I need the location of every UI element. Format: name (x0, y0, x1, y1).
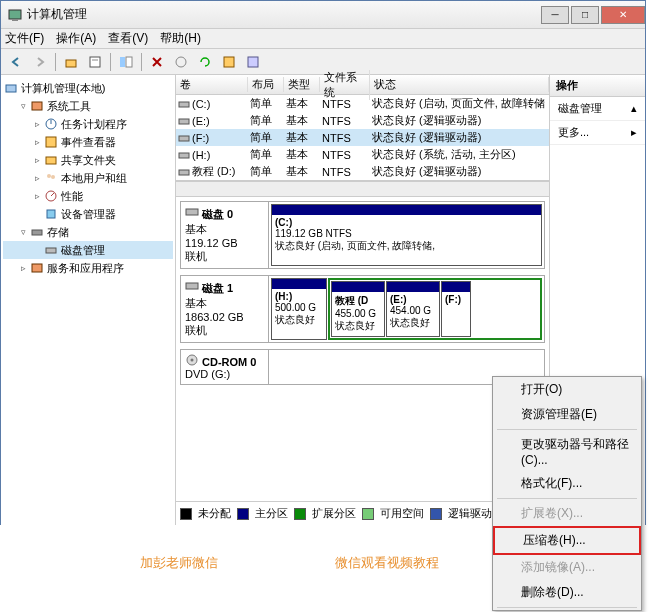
actions-more[interactable]: 更多...▸ (550, 121, 645, 145)
properties-button[interactable] (84, 51, 106, 73)
svg-rect-11 (32, 102, 42, 110)
svg-rect-2 (66, 60, 76, 67)
menu-view[interactable]: 查看(V) (108, 30, 148, 47)
menu-action[interactable]: 操作(A) (56, 30, 96, 47)
svg-point-32 (191, 359, 194, 362)
ctx-delete[interactable]: 删除卷(D)... (493, 580, 641, 605)
tree-disk-management[interactable]: 磁盘管理 (3, 241, 173, 259)
collapse-icon: ▴ (631, 102, 637, 115)
volume-list[interactable]: 卷 布局 类型 文件系统 状态 (C:)简单基本NTFS状态良好 (启动, 页面… (176, 75, 549, 181)
tree-root[interactable]: 计算机管理(本地) (3, 79, 173, 97)
legend-primary-icon (237, 508, 249, 520)
volume-row[interactable]: (H:)简单基本NTFS状态良好 (系统, 活动, 主分区) (176, 146, 549, 163)
svg-rect-14 (46, 137, 56, 147)
svg-rect-10 (6, 85, 16, 92)
actions-title: 操作 (550, 75, 645, 97)
svg-rect-29 (186, 209, 198, 215)
nav-tree[interactable]: 计算机管理(本地) ▿系统工具 ▹任务计划程序 ▹事件查看器 ▹共享文件夹 ▹本… (1, 75, 176, 525)
volume-row[interactable]: (E:)简单基本NTFS状态良好 (逻辑驱动器) (176, 112, 549, 129)
back-button[interactable] (5, 51, 27, 73)
partition-e[interactable]: (E:)454.00 G状态良好 (386, 281, 440, 337)
window-controls: ─ □ ✕ (539, 6, 645, 24)
window-title: 计算机管理 (27, 6, 539, 23)
menu-help[interactable]: 帮助(H) (160, 30, 201, 47)
svg-line-19 (51, 193, 54, 196)
minimize-button[interactable]: ─ (541, 6, 569, 24)
extended-partition[interactable]: 教程 (D455.00 G状态良好 (E:)454.00 G状态良好 (F:) (328, 278, 542, 340)
svg-rect-24 (179, 102, 189, 107)
ctx-open[interactable]: 打开(O) (493, 377, 641, 402)
tree-device-manager[interactable]: 设备管理器 (3, 205, 173, 223)
ctx-mirror: 添加镜像(A)... (493, 555, 641, 580)
maximize-button[interactable]: □ (571, 6, 599, 24)
ctx-change-letter[interactable]: 更改驱动器号和路径(C)... (493, 432, 641, 471)
disk-0[interactable]: 磁盘 0 基本 119.12 GB 联机 (C:) 119.12 GB NTFS… (180, 201, 545, 269)
close-button[interactable]: ✕ (601, 6, 645, 24)
app-icon (7, 7, 23, 23)
volume-row[interactable]: (C:)简单基本NTFS状态良好 (启动, 页面文件, 故障转储 (176, 95, 549, 112)
partition-h[interactable]: (H:)500.00 G状态良好 (271, 278, 327, 340)
svg-point-17 (51, 175, 55, 179)
tree-event-viewer[interactable]: ▹事件查看器 (3, 133, 173, 151)
cdrom-icon (185, 354, 199, 366)
svg-rect-8 (224, 57, 234, 67)
partition-c[interactable]: (C:) 119.12 GB NTFS 状态良好 (启动, 页面文件, 故障转储… (271, 204, 542, 266)
up-button[interactable] (60, 51, 82, 73)
svg-rect-26 (179, 136, 189, 141)
chevron-right-icon: ▸ (631, 126, 637, 139)
volume-row[interactable]: (F:)简单基本NTFS状态良好 (逻辑驱动器) (176, 129, 549, 146)
h-scrollbar[interactable] (176, 181, 549, 197)
partition-f[interactable]: (F:) (441, 281, 471, 337)
svg-rect-5 (120, 57, 125, 67)
ctx-extend: 扩展卷(X)... (493, 501, 641, 526)
settings-button[interactable] (170, 51, 192, 73)
volume-row[interactable]: 教程 (D:)简单基本NTFS状态良好 (逻辑驱动器) (176, 163, 549, 180)
svg-rect-15 (46, 157, 56, 164)
volume-header[interactable]: 卷 布局 类型 文件系统 状态 (176, 75, 549, 95)
svg-rect-25 (179, 119, 189, 124)
disk-1[interactable]: 磁盘 1 基本 1863.02 GB 联机 (H:)500.00 G状态良好 教… (180, 275, 545, 343)
svg-rect-0 (9, 10, 21, 19)
show-hide-button[interactable] (115, 51, 137, 73)
ctx-explorer[interactable]: 资源管理器(E) (493, 402, 641, 427)
partition-d[interactable]: 教程 (D455.00 G状态良好 (331, 281, 385, 337)
actions-disk-mgmt[interactable]: 磁盘管理▴ (550, 97, 645, 121)
disk-icon (185, 280, 199, 292)
svg-rect-20 (47, 210, 55, 218)
refresh-button[interactable] (194, 51, 216, 73)
tree-local-users[interactable]: ▹本地用户和组 (3, 169, 173, 187)
svg-point-16 (47, 174, 51, 178)
legend-logical-icon (430, 508, 442, 520)
svg-rect-1 (12, 19, 18, 21)
footer-video: 微信观看视频教程 (335, 554, 439, 572)
tree-storage[interactable]: ▿存储 (3, 223, 173, 241)
help-button[interactable] (242, 51, 264, 73)
svg-rect-23 (32, 264, 42, 272)
svg-rect-9 (248, 57, 258, 67)
tree-task-scheduler[interactable]: ▹任务计划程序 (3, 115, 173, 133)
tree-services[interactable]: ▹服务和应用程序 (3, 259, 173, 277)
list-button[interactable] (218, 51, 240, 73)
menu-file[interactable]: 文件(F) (5, 30, 44, 47)
svg-rect-22 (46, 248, 56, 253)
tree-performance[interactable]: ▹性能 (3, 187, 173, 205)
forward-button[interactable] (29, 51, 51, 73)
ctx-format[interactable]: 格式化(F)... (493, 471, 641, 496)
ctx-shrink[interactable]: 压缩卷(H)... (493, 526, 641, 555)
menubar: 文件(F) 操作(A) 查看(V) 帮助(H) (1, 29, 645, 49)
cdrom-0[interactable]: CD-ROM 0 DVD (G:) (180, 349, 545, 385)
delete-button[interactable] (146, 51, 168, 73)
tree-system-tools[interactable]: ▿系统工具 (3, 97, 173, 115)
legend-unallocated-icon (180, 508, 192, 520)
tree-shared-folders[interactable]: ▹共享文件夹 (3, 151, 173, 169)
cdrom-label: CD-ROM 0 DVD (G:) (181, 350, 269, 384)
svg-rect-28 (179, 170, 189, 175)
legend-free-icon (362, 508, 374, 520)
titlebar[interactable]: 计算机管理 ─ □ ✕ (1, 1, 645, 29)
context-menu: 打开(O) 资源管理器(E) 更改驱动器号和路径(C)... 格式化(F)...… (492, 376, 642, 611)
svg-rect-27 (179, 153, 189, 158)
legend-extended-icon (294, 508, 306, 520)
svg-rect-6 (126, 57, 132, 67)
svg-rect-3 (90, 57, 100, 67)
disk-1-label: 磁盘 1 基本 1863.02 GB 联机 (181, 276, 269, 342)
